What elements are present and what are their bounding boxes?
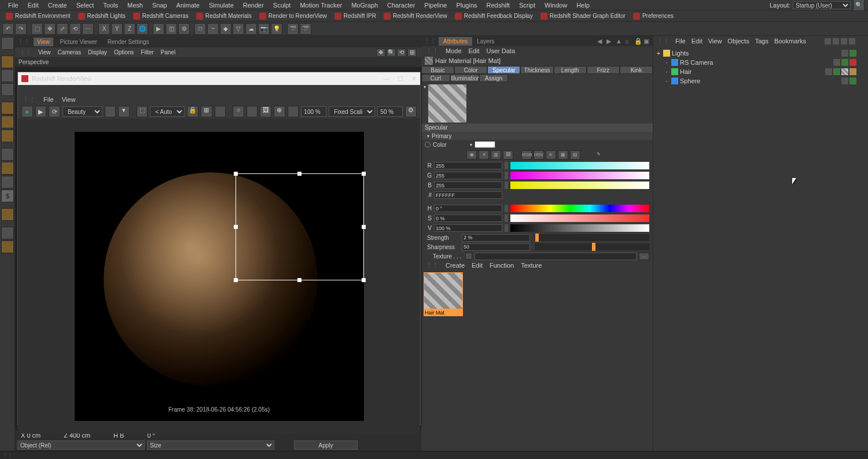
object-row[interactable]: · RS Camera [656, 58, 856, 67]
visibility-tag[interactable] [833, 59, 840, 66]
visibility-tag[interactable] [841, 77, 848, 84]
attr-userdata[interactable]: User Data [487, 47, 516, 54]
picker-box-icon[interactable]: ▥ [491, 150, 501, 160]
rs-cameras[interactable]: Redshift Cameras [130, 11, 192, 21]
vp-view[interactable]: View [38, 49, 51, 55]
grip-icon[interactable]: ⋮⋮ [23, 96, 35, 103]
render-icon[interactable]: ▶ [153, 23, 164, 35]
grip-icon[interactable]: ⋮⋮ [657, 38, 670, 45]
expand-icon[interactable]: · [664, 68, 670, 75]
viewport-solo-icon[interactable] [1, 162, 14, 175]
ptab-curl[interactable]: Curl [421, 74, 450, 82]
object-row[interactable]: · Hair [656, 67, 856, 76]
vp-panel[interactable]: Panel [161, 49, 176, 55]
lock-icon[interactable] [1, 227, 14, 239]
lock-icon[interactable]: 🔒 [634, 38, 641, 45]
k-icon[interactable]: K [546, 150, 556, 160]
renderview-titlebar[interactable]: Redshift RenderView — ☐ ✕ [18, 72, 420, 85]
strength-slider[interactable] [535, 234, 649, 241]
generator-icon[interactable]: ◆ [220, 23, 231, 35]
h-slider[interactable] [510, 205, 649, 212]
menu-edit[interactable]: Edit [23, 2, 43, 9]
color-swatch[interactable] [475, 141, 495, 148]
search-icon[interactable]: 🔍 [853, 0, 865, 11]
camera-icon[interactable]: 📷 [258, 23, 270, 35]
texture-browse-button[interactable]: … [639, 253, 649, 260]
light-icon[interactable]: 💡 [271, 23, 282, 35]
ptab-length[interactable]: Length [554, 66, 587, 74]
menu-file[interactable]: File [3, 2, 23, 9]
om-bookmarks[interactable]: Bookmarks [774, 38, 806, 45]
world-icon[interactable]: 🌐 [137, 23, 148, 35]
object-name[interactable]: Hair [680, 68, 692, 75]
apply-button[interactable]: Apply [294, 441, 358, 450]
grip-icon[interactable]: ⋮⋮ [426, 47, 439, 55]
ptab-illumination[interactable]: Illumination [450, 74, 479, 82]
sharpness-input[interactable] [462, 243, 530, 251]
om-flat-icon[interactable] [841, 38, 847, 45]
rv-view[interactable]: View [62, 96, 76, 103]
x-axis-icon[interactable]: X [98, 23, 110, 35]
menu-help[interactable]: Help [572, 2, 594, 9]
minimize-icon[interactable]: — [383, 75, 389, 83]
expand-icon[interactable]: · [664, 77, 670, 84]
menu-plugins[interactable]: Plugins [451, 2, 481, 9]
menu-motion-tracker[interactable]: Motion Tracker [295, 2, 347, 9]
menu-render[interactable]: Render [238, 2, 269, 9]
axis-icon[interactable] [1, 148, 14, 161]
mixer-icon[interactable]: ▤ [570, 150, 580, 160]
rs-preferences[interactable]: Preferences [630, 11, 677, 21]
region-icon[interactable]: ⬚ [137, 106, 148, 117]
right-sidebar[interactable] [859, 36, 868, 451]
render-canvas[interactable]: Frame 38: 2018-06-26 04:56:26 (2.05s) [18, 119, 420, 434]
ptab-specular[interactable]: Specular [487, 66, 520, 74]
grip-icon[interactable]: ⋮⋮ [421, 38, 439, 45]
menu-select[interactable]: Select [72, 2, 99, 9]
scale-tool-icon[interactable]: ⤢ [57, 23, 68, 35]
object-name[interactable]: Sphere [680, 77, 700, 84]
vp-filter[interactable]: Filter [141, 49, 153, 55]
aov-select[interactable]: Beauty [62, 106, 102, 117]
menu-create[interactable]: Create [43, 2, 72, 9]
render-tag[interactable] [841, 59, 848, 66]
render-tag[interactable] [849, 50, 856, 57]
om-search-icon[interactable] [825, 38, 831, 45]
menu-simulate[interactable]: Simulate [204, 2, 238, 9]
spline-icon[interactable]: ~ [207, 23, 219, 35]
snap-icon[interactable] [1, 176, 14, 188]
vp-display[interactable]: Display [88, 49, 107, 55]
square-icon[interactable] [247, 106, 258, 117]
preview-expand-icon[interactable]: ▾ [424, 84, 426, 121]
om-tags[interactable]: Tags [755, 38, 768, 45]
rs-materials[interactable]: Redshift Materials [193, 11, 255, 21]
nav-zoom-icon[interactable]: 🔍 [387, 49, 396, 57]
menu-snap[interactable]: Snap [148, 2, 172, 9]
plus-icon[interactable]: ⊕ [274, 106, 285, 117]
rgb-mode-icon[interactable]: RGB [521, 150, 532, 160]
menu-mograph[interactable]: MoGraph [347, 2, 382, 9]
settings-icon[interactable]: ⚙ [405, 106, 417, 117]
s-slider[interactable] [510, 214, 649, 222]
down-icon[interactable]: ▾ [118, 106, 130, 117]
primary-section[interactable]: Primary [421, 132, 653, 140]
rs-environment[interactable]: Redshift Environment [2, 11, 74, 21]
model-mode-icon[interactable] [1, 55, 14, 68]
scaling-select[interactable]: Fixed Scaling [329, 106, 375, 117]
move-tool-icon[interactable]: ✥ [44, 23, 56, 35]
menu-character[interactable]: Character [382, 2, 420, 9]
ptab-basic[interactable]: Basic [421, 66, 454, 74]
ptab-assign[interactable]: Assign [479, 74, 508, 82]
picker-spectrum-icon[interactable]: ☀ [479, 150, 489, 160]
ptab-frizz[interactable]: Frizz [587, 66, 620, 74]
texture-field[interactable] [475, 253, 637, 260]
render-stop-icon[interactable]: ▶ [35, 106, 47, 117]
hair-tag[interactable] [849, 68, 856, 75]
edges-mode-icon[interactable] [1, 116, 14, 128]
tweak-icon[interactable] [1, 240, 14, 253]
ptab-thickness[interactable]: Thickness [520, 66, 553, 74]
grip-icon[interactable]: ⋮⋮ [426, 262, 439, 269]
g-input[interactable] [434, 172, 502, 179]
menu-script[interactable]: Script [514, 2, 540, 9]
picker-wheel-icon[interactable]: ◉ [466, 150, 477, 160]
menu-redshift[interactable]: Redshift [482, 2, 514, 9]
